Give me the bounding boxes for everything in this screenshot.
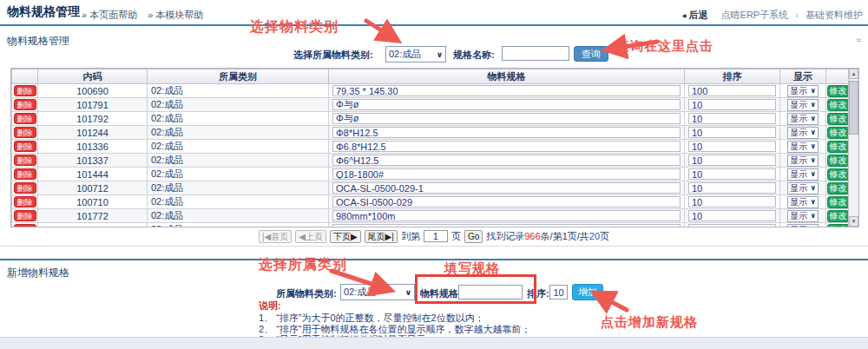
modify-button[interactable]: 修改 [827, 85, 850, 97]
query-button[interactable]: 查询 [574, 46, 608, 62]
delete-button[interactable]: 删除 [14, 155, 36, 166]
modify-button[interactable]: 修改 [827, 210, 850, 222]
spec-input[interactable] [332, 155, 681, 166]
breadcrumb-erp-system[interactable]: 点晴ERP子系统 [721, 10, 789, 20]
prev-page-button[interactable]: ◀上页 [295, 230, 326, 243]
note-line: 1、 “排序”为大于0的正整数，尽量控制在2位数以内； [259, 313, 531, 324]
display-value: 显示 [790, 224, 807, 228]
add-sort-input[interactable] [549, 285, 568, 300]
display-select[interactable]: 显示∨ [787, 182, 819, 194]
sort-input[interactable] [688, 155, 776, 166]
annotation-fill-spec: 填写规格 [444, 260, 500, 277]
filter-category-select[interactable]: 02:成品 ∨ [385, 46, 446, 63]
modify-button[interactable]: 修改 [827, 182, 850, 194]
modify-button[interactable]: 修改 [827, 141, 850, 153]
display-value: 显示 [790, 196, 807, 208]
spec-input[interactable] [332, 196, 681, 207]
row-code: 101244 [38, 126, 148, 140]
sort-input[interactable] [688, 127, 776, 138]
add-category-select[interactable]: 02:成品 ∨ [340, 284, 415, 300]
module-help-link[interactable]: » 本模块帮助 [148, 10, 203, 20]
display-select[interactable]: 显示∨ [787, 155, 819, 167]
spec-input[interactable] [332, 182, 681, 194]
scroll-down-icon[interactable]: ▼ [849, 216, 858, 227]
table-row: 删除 101792 02:成品 显示∨ 修改 [12, 112, 851, 126]
spec-input[interactable] [332, 127, 681, 138]
row-category: 02:成品 [148, 154, 329, 168]
modify-button[interactable]: 修改 [827, 224, 850, 228]
modify-button[interactable]: 修改 [827, 113, 850, 125]
sort-input[interactable] [688, 196, 776, 207]
back-button[interactable]: 后退 [689, 10, 708, 20]
delete-button[interactable]: 删除 [14, 168, 36, 180]
display-select[interactable]: 显示∨ [787, 85, 819, 97]
spec-input[interactable] [332, 113, 681, 124]
modify-button[interactable]: 修改 [827, 196, 850, 208]
sort-input[interactable] [688, 210, 776, 221]
modify-button[interactable]: 修改 [827, 127, 850, 139]
display-select[interactable]: 显示∨ [787, 210, 819, 222]
display-select[interactable]: 显示∨ [787, 127, 819, 139]
add-button[interactable]: 增加 [572, 284, 603, 300]
sort-input[interactable] [688, 182, 776, 194]
delete-button[interactable]: 删除 [14, 85, 36, 96]
next-page-button[interactable]: 下页▶ [330, 230, 361, 243]
note-line: 2、 “排序”用于物料规格在各位置的显示顺序，数字越大越靠前； [259, 324, 531, 335]
spec-name-input[interactable] [502, 46, 569, 61]
spec-input[interactable] [332, 224, 681, 227]
delete-button[interactable]: 删除 [14, 141, 36, 152]
modify-button[interactable]: 修改 [827, 155, 850, 167]
display-select[interactable]: 显示∨ [787, 224, 819, 228]
modify-button[interactable]: 修改 [827, 168, 850, 181]
spec-input[interactable] [332, 85, 681, 96]
display-select[interactable]: 显示∨ [787, 99, 819, 111]
collapse-icon[interactable]: ≈ [856, 35, 861, 45]
display-select[interactable]: 显示∨ [787, 196, 819, 208]
breadcrumb: ◂ 后退 点晴ERP子系统 › 基础资料维护 [681, 9, 863, 22]
table-row: 删除 101772 02:成品 显示∨ 修改 [12, 209, 851, 223]
chevron-down-icon: ∨ [811, 115, 817, 122]
table-row: 删除 101336 02:成品 显示∨ 修改 [12, 140, 851, 154]
breadcrumb-base-data[interactable]: 基础资料维护 [806, 10, 863, 20]
table-row: 删除 101791 02:成品 显示∨ 修改 [12, 98, 851, 112]
display-select[interactable]: 显示∨ [787, 113, 819, 125]
chevron-down-icon: ∨ [811, 101, 817, 109]
delete-button[interactable]: 删除 [14, 182, 36, 194]
sort-input[interactable] [688, 99, 776, 110]
spec-input[interactable] [332, 210, 681, 221]
sort-input[interactable] [688, 113, 776, 124]
go-button[interactable]: Go [464, 230, 483, 243]
sort-input[interactable] [688, 224, 776, 227]
add-spec-input[interactable] [458, 285, 523, 300]
row-code: 101336 [38, 140, 148, 154]
notes-title: 说明: [259, 300, 531, 313]
first-page-button[interactable]: |◀首页 [259, 230, 292, 243]
spec-input[interactable] [332, 168, 681, 180]
spec-input[interactable] [332, 141, 681, 152]
delete-button[interactable]: 删除 [14, 210, 36, 221]
table-scrollbar[interactable]: ▲ ▼ [848, 69, 858, 227]
row-code: 100710 [38, 195, 148, 209]
row-category: 02:成品 [148, 168, 329, 181]
record-count: 966 [524, 231, 540, 241]
scrollbar-thumb[interactable] [849, 81, 858, 135]
sort-input[interactable] [688, 141, 776, 152]
sort-input[interactable] [688, 168, 776, 180]
modify-button[interactable]: 修改 [827, 99, 850, 111]
delete-button[interactable]: 删除 [14, 127, 36, 138]
display-select[interactable]: 显示∨ [787, 141, 819, 153]
page-help-link[interactable]: » 本页面帮助 [82, 10, 137, 20]
row-category: 02:成品 [148, 98, 329, 112]
spec-input[interactable] [332, 99, 681, 110]
sort-input[interactable] [688, 85, 776, 96]
delete-button[interactable]: 删除 [14, 224, 36, 227]
delete-button[interactable]: 删除 [14, 196, 36, 207]
arrow-to-query-button [608, 42, 657, 49]
scroll-up-icon[interactable]: ▲ [849, 69, 858, 79]
add-category-value: 02:成品 [344, 286, 376, 299]
page-number-input[interactable] [424, 230, 448, 242]
last-page-button[interactable]: 尾页▶| [365, 230, 398, 243]
delete-button[interactable]: 删除 [14, 99, 36, 110]
display-select[interactable]: 显示∨ [787, 168, 819, 181]
delete-button[interactable]: 删除 [14, 113, 36, 124]
